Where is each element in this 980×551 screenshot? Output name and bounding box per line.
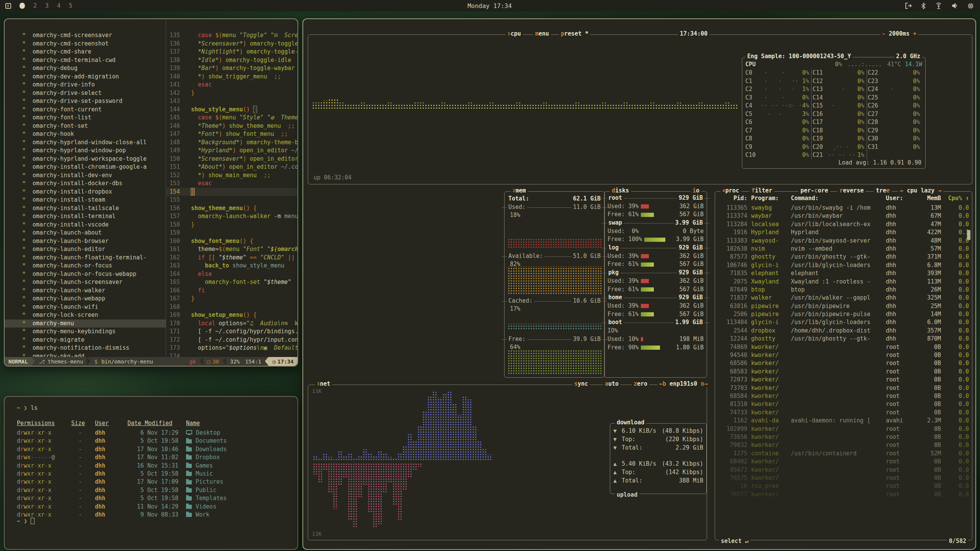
process-row[interactable]: 16rcu_preeroot0B0.0 [718, 482, 969, 490]
process-row[interactable]: 68402kworker/root0B0.0 [718, 458, 969, 466]
wifi-icon[interactable] [935, 3, 942, 9]
file-list-item[interactable]: *omarchy-drive-set-password [5, 97, 166, 106]
terminal-window[interactable]: ~ ❯ ls PermissionsSizeUserDate ModifiedN… [4, 396, 298, 550]
process-row[interactable]: 1916HyprlandHyprlanddhh422M0.1 [718, 228, 969, 236]
interface-switcher[interactable]: ←b enp191s0 n→ [657, 380, 709, 387]
process-row[interactable]: 71835elephantelephantdhh393M0.0 [718, 269, 969, 277]
process-row[interactable]: 12244ghostty/usr/bin/ghostty --gtk-dhh87… [718, 335, 969, 343]
file-list-item[interactable]: *omarchy-dev-add-migration [5, 73, 166, 81]
process-row[interactable]: 74733kworker/root0B0.0 [718, 409, 969, 417]
file-list-item[interactable]: *omarchy-launch-or-focus-webapp [5, 270, 166, 279]
file-list-item[interactable]: *omarchy-install-dev-env [5, 171, 166, 180]
process-row[interactable]: 81310kworker/root0B0.0 [718, 400, 969, 408]
bluetooth-icon[interactable] [921, 3, 926, 9]
disks-box-title[interactable]: disks [610, 187, 631, 194]
file-list-item[interactable]: *omarchy-launch-wifi [5, 303, 166, 311]
process-row[interactable]: 106746glycin-i/usr/lib/glycin-loadersdhh… [718, 261, 969, 269]
workspace-active[interactable] [20, 3, 25, 9]
code-editor[interactable]: 135 case $(menu "Toggle" "⊡ Screensaver\… [166, 31, 297, 360]
process-row[interactable]: 2544dropbox/home/dhh/.dropbox-distdhh357… [718, 327, 969, 335]
file-list-item[interactable]: *omarchy-install-steam [5, 196, 166, 204]
omarchy-logo-icon[interactable] [5, 3, 11, 9]
file-list-item[interactable]: *omarchy-cmd-share [5, 48, 166, 56]
sort-column-switcher[interactable]: ← cpu lazy → [898, 187, 943, 194]
zero-button[interactable]: zero [632, 380, 649, 387]
workspace-5[interactable]: 5 [69, 2, 72, 9]
workspace-4[interactable]: 4 [57, 2, 60, 9]
process-row[interactable]: 74869kworker/root0B0.0 [718, 343, 969, 351]
file-list-item[interactable]: *omarchy-menu-keybindings [5, 328, 166, 336]
file-list-item[interactable]: *omarchy-font-set [5, 122, 166, 130]
file-list-item[interactable]: *omarchy-hyprland-workspace-toggle [5, 155, 166, 163]
file-list-item[interactable]: *omarchy-launch-walker [5, 287, 166, 295]
process-row[interactable]: 68586kworker/root0B0.0 [718, 359, 969, 367]
file-list-item[interactable]: *omarchy-launch-or-focus [5, 262, 166, 270]
file-list-item[interactable]: *omarchy-font-current [5, 106, 166, 114]
process-row[interactable]: 71837walker/usr/bin/walker --gappldhh325… [718, 294, 969, 302]
process-row[interactable]: 1275containe/usr/bin/containerdroot52M0.… [718, 450, 969, 458]
process-row[interactable]: 113284localsea/usr/lib/localsearch-exdhh… [718, 220, 969, 228]
process-scrollbar[interactable] [967, 230, 970, 240]
process-row[interactable]: 2506pipewire/usr/bin/pipewire-pulsedhh14… [718, 310, 969, 318]
file-list-item[interactable]: *omarchy-cmd-screensaver [5, 31, 166, 40]
tree-button[interactable]: tree [874, 187, 892, 194]
sync-button[interactable]: sync [572, 380, 590, 387]
file-list-item[interactable]: *omarchy-launch-browser [5, 237, 166, 246]
file-list-item[interactable]: *omarchy-debug [5, 64, 166, 73]
process-row[interactable]: 113404glycin-i/usr/lib/glycin-loadersdhh… [718, 318, 969, 326]
process-row[interactable]: 73703kworker/root0B0.0 [718, 384, 969, 392]
workspace-3[interactable]: 3 [45, 2, 49, 9]
process-row[interactable]: 1162avahi-daavahi-daemon: running [avahi… [718, 417, 969, 425]
process-row[interactable]: 95673kworker/root0B0.0 [718, 466, 969, 474]
process-row[interactable]: 2075XwaylandXwayland :1 -rootless -dhh11… [718, 278, 969, 286]
file-list-item[interactable]: *omarchy-launch-about [5, 229, 166, 237]
process-row[interactable]: 102099kworker/root0B0.0 [718, 425, 969, 433]
process-table-header[interactable]: Pid:Program:Command:User:MemBCpu% ↑ [718, 195, 969, 202]
process-row[interactable]: 94540kworker/root0B0.0 [718, 351, 969, 359]
menu-button[interactable]: menu [533, 30, 551, 37]
file-list-item[interactable]: *omarchy-launch-screensaver [5, 278, 166, 287]
shell-prompt[interactable]: ~ ❯ [17, 518, 34, 525]
file-list-item[interactable]: *omarchy-install-vscode [5, 221, 166, 229]
file-list-item[interactable]: *omarchy-menu [5, 320, 166, 328]
cpu-box-title[interactable]: 1cpu [506, 30, 523, 37]
process-row[interactable]: 68583kworker/root0B0.0 [718, 368, 969, 376]
process-row[interactable]: 63816pipewire/usr/bin/pipewiredhh25M0.0 [718, 302, 969, 310]
file-path[interactable]: $bin/omarchy-menu [90, 357, 157, 366]
chip-icon[interactable] [967, 3, 974, 9]
file-list-item[interactable]: *omarchy-install-tailscale [5, 204, 166, 213]
file-list-item[interactable]: *omarchy-install-dropbox [5, 188, 166, 196]
file-list-item[interactable]: *omarchy-launch-webapp [5, 295, 166, 303]
file-list-item[interactable]: *omarchy-install-terminal [5, 212, 166, 221]
process-row[interactable]: 113365swaybg/usr/bin/swaybg -i /homdhh13… [718, 204, 969, 212]
preset-button[interactable]: preset * [559, 30, 590, 37]
process-row[interactable]: 73656kworker/root0B0.0 [718, 433, 969, 441]
file-list-item[interactable]: *omarchy-drive-select [5, 89, 166, 98]
file-list-item[interactable]: *omarchy-hyprland-window-pop [5, 147, 166, 155]
logout-icon[interactable] [905, 3, 912, 9]
memory-box-title[interactable]: 2mem [511, 187, 528, 194]
update-interval[interactable]: - 2000ms + [880, 30, 918, 37]
process-row[interactable]: 102638nvimnvim --embeddhh57M0.0 [718, 245, 969, 253]
file-list-item[interactable]: *omarchy-hook [5, 130, 166, 139]
io-mode-button[interactable]: io [691, 187, 701, 194]
workspace-2[interactable]: 2 [33, 2, 37, 9]
process-row[interactable]: 87649btopbtopdhh26M0.0 [718, 286, 969, 294]
file-list-item[interactable]: *omarchy-cmd-screenshot [5, 40, 166, 48]
process-row[interactable]: 113383swayosd-/usr/bin/swayosd-serverdhh… [718, 237, 969, 245]
file-list-item[interactable]: *omarchy-drive-info [5, 81, 166, 89]
process-row[interactable]: 72073kworker/root0B0.0 [718, 376, 969, 384]
process-box-title[interactable]: 4proc [720, 187, 741, 194]
file-list-item[interactable]: *omarchy-lock-screen [5, 311, 166, 320]
process-row[interactable]: 113374waybar/usr/bin/waybardhh67M0.0 [718, 212, 969, 220]
process-table[interactable]: 113365swaybg/usr/bin/swaybg -i /homdhh13… [718, 204, 969, 538]
reverse-button[interactable]: reverse [838, 187, 866, 194]
file-list-item[interactable]: *omarchy-install-chromium-google-a [5, 163, 166, 171]
file-list-item[interactable]: *omarchy-notification-dismiss [5, 344, 166, 352]
network-box-title[interactable]: 3net [315, 380, 332, 387]
per-core-button[interactable]: per-core [799, 187, 830, 194]
auto-button[interactable]: auto [603, 380, 621, 387]
file-list-item[interactable]: *omarchy-cmd-terminal-cwd [5, 56, 166, 65]
git-branch[interactable]: ⎇themes-menu [35, 357, 87, 366]
file-list-item[interactable]: *omarchy-launch-floating-terminal- [5, 254, 166, 262]
